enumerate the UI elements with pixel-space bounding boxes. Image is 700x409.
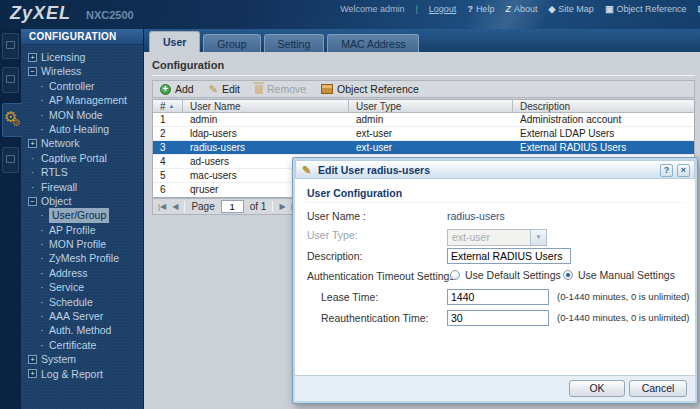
tab-mac-address[interactable]: MAC Address <box>327 34 419 52</box>
divider <box>184 201 185 212</box>
bullet-icon: · <box>39 295 45 309</box>
bullet-icon: · <box>39 323 45 337</box>
trash-icon <box>255 85 263 94</box>
use-default-settings-radio[interactable]: Use Default Settings <box>450 269 561 281</box>
sidebar-item-licensing[interactable]: +Licensing <box>21 50 143 64</box>
first-page-button[interactable]: |◀ <box>158 202 166 211</box>
tab-group[interactable]: Group <box>203 34 260 52</box>
page-of-label: of 1 <box>250 201 267 212</box>
configuration-icon[interactable]: ⚙ ⚙ <box>2 103 22 137</box>
object-reference-button[interactable]: Object Reference <box>321 83 419 95</box>
bullet-icon: · <box>39 266 45 280</box>
sidebar-item-ap-management[interactable]: ·AP Management <box>21 93 143 107</box>
sidebar-nav: +Licensing −Wireless ·Controller ·AP Man… <box>21 45 143 381</box>
sidebar-item-firewall[interactable]: ·Firewall <box>21 180 143 194</box>
expand-icon[interactable]: + <box>28 369 37 378</box>
object-reference-icon: ▣ <box>605 4 614 14</box>
description-input[interactable] <box>447 248 571 264</box>
cancel-button[interactable]: Cancel <box>629 380 687 397</box>
sidebar-item-certificate[interactable]: ·Certificate <box>21 338 143 352</box>
object-reference-label: Object Reference <box>616 4 686 14</box>
sitemap-link[interactable]: ◆Site Map <box>548 4 593 14</box>
section-heading: Configuration <box>152 59 224 71</box>
help-link[interactable]: ?Help <box>467 4 494 14</box>
bullet-icon: · <box>39 93 45 107</box>
expand-icon[interactable]: + <box>28 139 37 148</box>
use-manual-settings-radio[interactable]: Use Manual Settings <box>563 269 675 281</box>
edit-button[interactable]: ✎Edit <box>209 83 240 95</box>
sidebar-item-wireless[interactable]: −Wireless <box>21 64 143 78</box>
sidebar-item-zymesh-profile[interactable]: ·ZyMesh Profile <box>21 251 143 265</box>
selected-nav-item: User/Group <box>49 208 109 222</box>
col-num[interactable]: #▲ <box>153 100 183 112</box>
sidebar-item-mon-profile[interactable]: ·MON Profile <box>21 237 143 251</box>
sidebar-item-auth-method[interactable]: ·Auth. Method <box>21 323 143 337</box>
table-row[interactable]: 1 admin admin Administration account <box>153 113 694 127</box>
page-label: Page <box>191 201 214 212</box>
next-page-button[interactable]: ▶ <box>279 202 285 211</box>
ok-button[interactable]: OK <box>569 380 625 397</box>
dialog-body: User Configuration User Name : radius-us… <box>295 179 695 375</box>
page-number-input[interactable] <box>221 200 244 213</box>
sidebar-item-aaa-server[interactable]: ·AAA Server <box>21 309 143 323</box>
maintenance-icon[interactable] <box>2 147 19 173</box>
sidebar-item-user-group[interactable]: ·User/Group <box>21 208 143 222</box>
sidebar-item-schedule[interactable]: ·Schedule <box>21 295 143 309</box>
edit-pencil-icon: ✎ <box>209 84 218 95</box>
header-links: Welcome admin | Logout ?Help ZAbout ◆Sit… <box>340 4 700 14</box>
lease-time-input[interactable] <box>447 289 549 305</box>
bullet-icon: · <box>39 79 45 93</box>
sidebar-item-log-report[interactable]: +Log & Report <box>21 367 143 381</box>
sidebar-item-controller[interactable]: ·Controller <box>21 79 143 93</box>
monitor-icon[interactable] <box>2 67 19 93</box>
dialog-title-bar: ✎ Edit User radius-users ? × <box>295 160 695 179</box>
welcome-text: Welcome admin <box>340 4 404 14</box>
dashboard-glyph <box>6 41 15 49</box>
left-icon-strip: ⚙ ⚙ <box>0 29 21 409</box>
sidebar-item-object[interactable]: −Object <box>21 194 143 208</box>
bullet-icon: · <box>39 223 45 237</box>
bullet-icon: · <box>39 280 45 294</box>
dialog-help-button[interactable]: ? <box>660 164 673 177</box>
sidebar-item-mon-mode[interactable]: ·MON Mode <box>21 108 143 122</box>
dialog-footer: OK Cancel <box>295 375 695 401</box>
sidebar-item-captive-portal[interactable]: ·Captive Portal <box>21 151 143 165</box>
dialog-close-button[interactable]: × <box>677 164 690 177</box>
user-configuration-heading: User Configuration <box>307 187 402 199</box>
about-label: About <box>514 4 538 14</box>
object-reference-link[interactable]: ▣Object Reference <box>605 4 687 14</box>
add-button[interactable]: +Add <box>160 83 194 95</box>
lease-time-label: Lease Time: <box>321 291 378 303</box>
sidebar-item-auto-healing[interactable]: ·Auto Healing <box>21 122 143 136</box>
model-name: NXC2500 <box>86 9 134 21</box>
prev-page-button[interactable]: ◀ <box>172 202 178 211</box>
sidebar-item-address[interactable]: ·Address <box>21 266 143 280</box>
collapse-icon[interactable]: − <box>28 67 37 76</box>
about-link[interactable]: ZAbout <box>505 4 537 14</box>
tab-user[interactable]: User <box>149 31 200 52</box>
tab-setting[interactable]: Setting <box>264 34 325 52</box>
reauth-time-note: (0-1440 minutes, 0 is unlimited) <box>557 312 690 323</box>
dashboard-icon[interactable] <box>2 33 19 59</box>
sidebar-item-service[interactable]: ·Service <box>21 280 143 294</box>
reauth-time-input[interactable] <box>447 310 549 326</box>
col-description[interactable]: Description <box>513 100 694 112</box>
logout-link[interactable]: Logout <box>429 4 457 14</box>
sidebar-item-ap-profile[interactable]: ·AP Profile <box>21 223 143 237</box>
table-row[interactable]: 2 ldap-users ext-user External LDAP User… <box>153 127 694 141</box>
zyxel-logo: ZyXEL <box>10 3 71 24</box>
collapse-icon[interactable]: − <box>28 197 37 206</box>
table-row-selected[interactable]: 3 radius-users ext-user External RADIUS … <box>153 141 694 155</box>
col-user-type[interactable]: User Type <box>349 100 513 112</box>
sidebar-item-system[interactable]: +System <box>21 352 143 366</box>
expand-icon[interactable]: + <box>28 355 37 364</box>
sidebar-item-network[interactable]: +Network <box>21 136 143 150</box>
sidebar-title: CONFIGURATION <box>21 29 143 45</box>
bullet-icon: · <box>39 338 45 352</box>
sidebar-item-rtls[interactable]: ·RTLS <box>21 165 143 179</box>
lease-time-note: (0-1440 minutes, 0 is unlimited) <box>557 291 690 302</box>
col-user-name[interactable]: User Name <box>183 100 349 112</box>
radio-icon[interactable] <box>450 270 460 280</box>
expand-icon[interactable]: + <box>28 53 37 62</box>
radio-selected-icon[interactable] <box>563 270 573 280</box>
